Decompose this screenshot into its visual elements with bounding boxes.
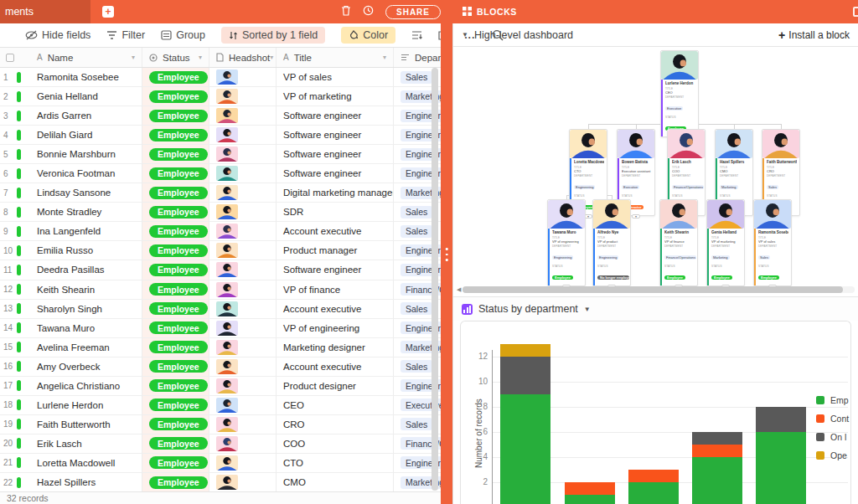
dashboard-title-toggle[interactable]: ▼ High-level dashboard — [462, 29, 573, 41]
table-row[interactable]: 5 Bonnie Marshburn Employee Software eng… — [0, 145, 441, 164]
table-row[interactable]: 13 Sharolyn Singh Employee Account execu… — [0, 300, 441, 319]
cell-name[interactable]: Bonnie Marshburn — [30, 145, 142, 163]
cell-status[interactable]: Employee — [142, 260, 209, 279]
history-icon[interactable] — [363, 4, 374, 19]
row-number[interactable]: 8 — [0, 203, 30, 221]
cell-status[interactable]: Employee — [142, 454, 209, 472]
cell-name[interactable]: Ramonita Sosebee — [30, 68, 142, 86]
bar-segment[interactable] — [628, 470, 679, 482]
cell-title[interactable]: CTO — [277, 454, 394, 472]
row-number[interactable]: 16 — [0, 357, 30, 376]
table-row[interactable]: 22 Hazel Spillers Employee CMO Marketing — [0, 473, 441, 491]
share-button[interactable]: SHARE — [385, 5, 441, 19]
org-chart-card[interactable]: Tawana Muro Title VP of engineering Depa… — [547, 199, 586, 286]
row-number[interactable]: 21 — [0, 454, 30, 472]
table-row[interactable]: 20 Erik Lasch Employee COO Finance/Opera… — [0, 435, 441, 454]
cell-title[interactable]: COO — [277, 435, 394, 453]
cell-status[interactable]: Employee — [142, 473, 209, 491]
org-chart-card[interactable]: Keith Shearin Title VP of finance Depart… — [659, 199, 698, 286]
panel-resize-divider[interactable] — [441, 23, 452, 504]
org-chart-horizontal-scrollbar[interactable]: ◀ — [457, 285, 855, 293]
cell-headshot[interactable] — [209, 145, 277, 163]
search-button[interactable] — [492, 29, 504, 41]
cell-name[interactable]: Faith Butterworth — [30, 415, 142, 434]
table-row[interactable]: 8 Monte Stradley Employee SDR Sales — [0, 203, 441, 222]
table-row[interactable]: 19 Faith Butterworth Employee CRO Sales — [0, 415, 441, 435]
cell-headshot[interactable] — [209, 300, 277, 318]
cell-title[interactable]: VP of sales — [277, 68, 394, 86]
chart-block-title[interactable]: Status by department — [478, 303, 578, 315]
row-number[interactable]: 3 — [0, 106, 30, 125]
row-number[interactable]: 14 — [0, 319, 30, 337]
bar-segment[interactable] — [756, 407, 806, 432]
cell-headshot[interactable] — [209, 183, 277, 202]
bar-segment[interactable] — [500, 357, 550, 394]
bar-segment[interactable] — [500, 394, 550, 504]
org-chart-card[interactable]: Lurlene Herdon Title CEO Department Exec… — [660, 50, 699, 137]
cell-headshot[interactable] — [209, 473, 277, 491]
cell-title[interactable]: Marketing designer — [277, 338, 394, 357]
cell-headshot[interactable] — [209, 357, 277, 376]
cell-status[interactable]: Employee — [142, 164, 209, 183]
bar-segment[interactable] — [692, 445, 742, 457]
cell-title[interactable]: SDR — [277, 203, 394, 221]
cell-headshot[interactable] — [209, 87, 277, 105]
cell-status[interactable]: Employee — [142, 87, 209, 105]
cell-status[interactable]: Employee — [142, 338, 209, 357]
cell-name[interactable]: Loretta Macdowell — [30, 454, 142, 472]
row-number[interactable]: 11 — [0, 260, 30, 279]
bar-segment[interactable] — [565, 495, 615, 504]
row-number[interactable]: 4 — [0, 126, 30, 144]
org-card-expand-button[interactable]: ▾ — [632, 214, 640, 219]
cell-status[interactable]: Employee — [142, 377, 209, 395]
group-button[interactable]: Group — [161, 29, 205, 41]
cell-title[interactable]: Product manager — [277, 241, 394, 260]
cell-status[interactable]: Employee — [142, 280, 209, 299]
select-all-checkbox[interactable] — [6, 54, 14, 62]
cell-name[interactable]: Tawana Muro — [30, 319, 142, 337]
cell-name[interactable]: Lurlene Herdon — [30, 396, 142, 414]
cell-headshot[interactable] — [209, 222, 277, 240]
bar-segment[interactable] — [692, 432, 742, 445]
column-header-name[interactable]: AName▾ — [30, 48, 142, 67]
cell-headshot[interactable] — [209, 435, 277, 453]
cell-title[interactable]: VP of marketing — [277, 87, 394, 105]
table-row[interactable]: 14 Tawana Muro Employee VP of engineerin… — [0, 319, 441, 338]
cell-headshot[interactable] — [209, 377, 277, 395]
cell-headshot[interactable] — [209, 338, 277, 357]
cell-name[interactable]: Sharolyn Singh — [30, 300, 142, 318]
column-header-department[interactable]: Departm — [394, 48, 441, 67]
cell-headshot[interactable] — [209, 241, 277, 260]
cell-status[interactable]: Employee — [142, 300, 209, 318]
cell-status[interactable]: Employee — [142, 319, 209, 337]
bar-segment[interactable] — [756, 432, 806, 504]
table-row[interactable]: 17 Angelica Christiano Employee Product … — [0, 377, 441, 396]
cell-title[interactable]: Account executive — [277, 300, 394, 318]
row-number[interactable]: 10 — [0, 241, 30, 260]
cell-headshot[interactable] — [209, 396, 277, 414]
cell-name[interactable]: Angelica Christiano — [30, 377, 142, 395]
cell-headshot[interactable] — [209, 280, 277, 299]
hide-fields-button[interactable]: Hide fields — [25, 29, 90, 41]
cell-status[interactable]: Employee — [142, 396, 209, 414]
cell-name[interactable]: Veronica Footman — [30, 164, 142, 183]
trash-icon[interactable] — [341, 4, 351, 19]
bar-segment[interactable] — [500, 344, 550, 357]
cell-name[interactable]: Ina Langenfeld — [30, 222, 142, 240]
cell-title[interactable]: CEO — [277, 396, 394, 414]
cell-status[interactable]: Employee — [142, 183, 209, 202]
cell-title[interactable]: Digital marketing manager — [277, 183, 394, 202]
row-number[interactable]: 1 — [0, 68, 30, 86]
table-row[interactable]: 7 Lindsay Sansone Employee Digital marke… — [0, 183, 441, 203]
cell-name[interactable]: Delilah Giard — [30, 126, 142, 144]
row-number[interactable]: 5 — [0, 145, 30, 163]
column-header-status[interactable]: Status▾ — [142, 48, 209, 67]
row-number[interactable]: 15 — [0, 338, 30, 357]
row-number[interactable]: 17 — [0, 377, 30, 395]
table-row[interactable]: 18 Lurlene Herdon Employee CEO Executive — [0, 396, 441, 415]
table-row[interactable]: 15 Avelina Freeman Employee Marketing de… — [0, 338, 441, 357]
table-row[interactable]: 2 Genia Helland Employee VP of marketing… — [0, 87, 441, 106]
cell-headshot[interactable] — [209, 203, 277, 221]
cell-headshot[interactable] — [209, 164, 277, 183]
cell-status[interactable]: Employee — [142, 126, 209, 144]
